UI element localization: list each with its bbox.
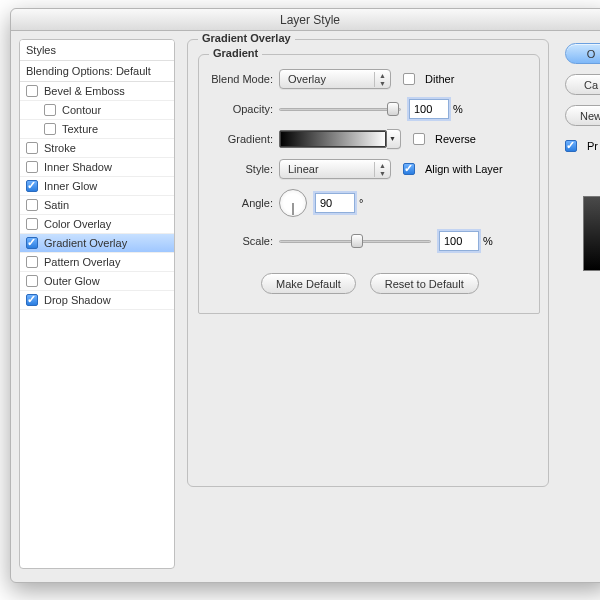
sidebar-item-label: Inner Glow bbox=[44, 180, 97, 192]
sidebar-item-contour[interactable]: Contour bbox=[20, 101, 174, 120]
sidebar-item-checkbox[interactable] bbox=[26, 294, 38, 306]
reverse-checkbox[interactable]: Reverse bbox=[413, 133, 476, 145]
gradient-overlay-group: Gradient Overlay Gradient Blend Mode: Ov… bbox=[187, 39, 549, 487]
sidebar-item-checkbox[interactable] bbox=[26, 218, 38, 230]
sidebar-item-label: Outer Glow bbox=[44, 275, 100, 287]
sidebar-item-texture[interactable]: Texture bbox=[20, 120, 174, 139]
sidebar-item-label: Gradient Overlay bbox=[44, 237, 127, 249]
sidebar-item-checkbox[interactable] bbox=[26, 256, 38, 268]
sidebar-item-drop-shadow[interactable]: Drop Shadow bbox=[20, 291, 174, 310]
dither-checkbox[interactable]: Dither bbox=[403, 73, 454, 85]
preview-checkbox[interactable]: Pr bbox=[565, 140, 600, 152]
sidebar-item-checkbox[interactable] bbox=[26, 161, 38, 173]
group-title: Gradient Overlay bbox=[198, 32, 295, 44]
sidebar-item-label: Contour bbox=[62, 104, 101, 116]
sidebar-item-satin[interactable]: Satin bbox=[20, 196, 174, 215]
gradient-label: Gradient: bbox=[203, 133, 279, 145]
sidebar-item-checkbox[interactable] bbox=[44, 104, 56, 116]
opacity-input[interactable] bbox=[409, 99, 449, 119]
percent-label: % bbox=[483, 235, 493, 247]
blend-mode-dropdown[interactable]: Overlay ▲▼ bbox=[279, 69, 391, 89]
inner-group-title: Gradient bbox=[209, 47, 262, 59]
sidebar-item-color-overlay[interactable]: Color Overlay bbox=[20, 215, 174, 234]
opacity-label: Opacity: bbox=[203, 103, 279, 115]
new-style-button[interactable]: New bbox=[565, 105, 600, 126]
reset-to-default-button[interactable]: Reset to Default bbox=[370, 273, 479, 294]
gradient-swatch[interactable] bbox=[279, 130, 387, 148]
window-title: Layer Style bbox=[11, 9, 600, 31]
layer-style-window: Layer Style Styles Blending Options: Def… bbox=[10, 8, 600, 583]
sidebar-item-label: Pattern Overlay bbox=[44, 256, 120, 268]
sidebar-item-gradient-overlay[interactable]: Gradient Overlay bbox=[20, 234, 174, 253]
sidebar-header-styles[interactable]: Styles bbox=[20, 40, 174, 61]
angle-input[interactable] bbox=[315, 193, 355, 213]
window-content: Styles Blending Options: Default Bevel &… bbox=[11, 31, 600, 582]
sidebar-item-bevel-emboss[interactable]: Bevel & Emboss bbox=[20, 82, 174, 101]
scale-input[interactable] bbox=[439, 231, 479, 251]
sidebar-item-label: Stroke bbox=[44, 142, 76, 154]
degree-label: ° bbox=[359, 197, 363, 209]
sidebar-item-checkbox[interactable] bbox=[26, 142, 38, 154]
ok-button[interactable]: O bbox=[565, 43, 600, 64]
sidebar-item-stroke[interactable]: Stroke bbox=[20, 139, 174, 158]
chevron-down-icon: ▼ bbox=[389, 136, 396, 142]
scale-label: Scale: bbox=[203, 235, 279, 247]
sidebar-item-label: Texture bbox=[62, 123, 98, 135]
sidebar-item-checkbox[interactable] bbox=[26, 237, 38, 249]
sidebar-item-label: Drop Shadow bbox=[44, 294, 111, 306]
sidebar-item-label: Bevel & Emboss bbox=[44, 85, 125, 97]
cancel-button[interactable]: Ca bbox=[565, 74, 600, 95]
make-default-button[interactable]: Make Default bbox=[261, 273, 356, 294]
chevron-updown-icon: ▲▼ bbox=[374, 162, 386, 177]
sidebar-item-pattern-overlay[interactable]: Pattern Overlay bbox=[20, 253, 174, 272]
sidebar-header-blending[interactable]: Blending Options: Default bbox=[20, 61, 174, 82]
preview-swatch bbox=[583, 196, 600, 271]
sidebar-item-label: Satin bbox=[44, 199, 69, 211]
sidebar-item-checkbox[interactable] bbox=[44, 123, 56, 135]
scale-slider[interactable] bbox=[279, 234, 431, 248]
blend-mode-label: Blend Mode: bbox=[203, 73, 279, 85]
angle-dial[interactable] bbox=[279, 189, 307, 217]
style-value: Linear bbox=[288, 163, 319, 175]
sidebar-item-label: Color Overlay bbox=[44, 218, 111, 230]
gradient-dropdown[interactable]: ▼ bbox=[387, 129, 401, 149]
sidebar-item-inner-shadow[interactable]: Inner Shadow bbox=[20, 158, 174, 177]
sidebar-item-checkbox[interactable] bbox=[26, 180, 38, 192]
percent-label: % bbox=[453, 103, 463, 115]
chevron-updown-icon: ▲▼ bbox=[374, 72, 386, 87]
sidebar-item-outer-glow[interactable]: Outer Glow bbox=[20, 272, 174, 291]
sidebar-item-checkbox[interactable] bbox=[26, 275, 38, 287]
sidebar-item-inner-glow[interactable]: Inner Glow bbox=[20, 177, 174, 196]
opacity-slider[interactable] bbox=[279, 102, 401, 116]
sidebar-item-checkbox[interactable] bbox=[26, 199, 38, 211]
style-dropdown[interactable]: Linear ▲▼ bbox=[279, 159, 391, 179]
blend-mode-value: Overlay bbox=[288, 73, 326, 85]
styles-sidebar: Styles Blending Options: Default Bevel &… bbox=[19, 39, 175, 569]
align-with-layer-checkbox[interactable]: Align with Layer bbox=[403, 163, 503, 175]
sidebar-item-checkbox[interactable] bbox=[26, 85, 38, 97]
gradient-group: Gradient Blend Mode: Overlay ▲▼ Dither bbox=[198, 54, 540, 314]
angle-label: Angle: bbox=[203, 197, 279, 209]
sidebar-item-label: Inner Shadow bbox=[44, 161, 112, 173]
style-label: Style: bbox=[203, 163, 279, 175]
